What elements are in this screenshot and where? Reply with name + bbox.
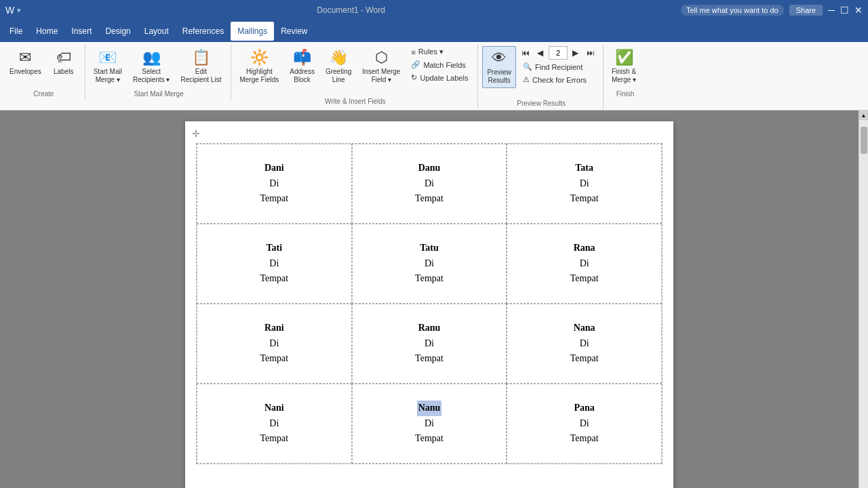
update-labels-button[interactable]: ↻ Update Labels [407,72,472,83]
label-line3-nani: Tempat [260,431,288,446]
label-cell-rana[interactable]: Rana Di Tempat [507,224,662,304]
label-cell-pana[interactable]: Pana Di Tempat [507,384,662,464]
finish-group-label: Finish [605,90,646,98]
greeting-line-label: GreetingLine [326,68,351,84]
label-cell-tatu[interactable]: Tatu Di Tempat [352,224,507,304]
prev-record-button[interactable]: ◀ [534,46,547,60]
label-name-tati: Tati [267,241,283,256]
corner-marker: ✛ [192,128,200,139]
update-labels-label: Update Labels [420,74,468,82]
label-line2-tati: Di [269,256,279,271]
preview-results-icon: 👁 [492,49,507,67]
greeting-line-button[interactable]: 👋 GreetingLine [321,46,355,87]
title-bar: W ▾ Document1 - Word Tell me what you wa… [0,0,868,20]
rules-icon: ≡ [411,48,415,56]
scroll-up-button[interactable]: ▲ [859,110,869,120]
create-group-label: Create [3,90,85,98]
scroll-thumb[interactable] [861,127,867,154]
scroll-track[interactable] [859,120,868,488]
label-cell-ranu[interactable]: Ranu Di Tempat Times Ne 12 [352,304,507,384]
last-record-button[interactable]: ⏭ [584,46,597,60]
find-recipient-button[interactable]: 🔍 Find Recipient [519,61,597,73]
insert-merge-field-icon: ⬡ [375,49,388,66]
label-cell-tata[interactable]: Tata Di Tempat [507,144,662,224]
label-cell-rani[interactable]: Rani Di Tempat [197,304,352,384]
address-block-button[interactable]: 📫 AddressBlock [285,46,319,87]
match-fields-button[interactable]: 🔗 Match Fields [407,59,472,70]
highlight-merge-fields-icon: 🔆 [250,49,269,66]
maximize-button[interactable]: ☐ [840,5,849,16]
share-button[interactable]: Share [789,5,823,16]
ribbon-group-start-mail-merge: 📧 Start MailMerge ▾ 👥 SelectRecipients ▾… [87,45,232,100]
main-content: ✛ Dani Di Tempat Danu Di Tempat [0,110,868,488]
edit-recipient-list-icon: 📋 [192,49,210,66]
first-record-button[interactable]: ⏮ [519,46,532,60]
label-name-rana: Rana [574,241,595,256]
label-cell-nani[interactable]: Nani Di Tempat [197,384,352,464]
greeting-line-icon: 👋 [330,49,348,66]
labels-label: Labels [54,68,73,76]
title-bar-title: Document1 - Word [317,5,384,15]
menu-design[interactable]: Design [98,22,137,41]
label-cell-danu[interactable]: Danu Di Tempat [352,144,507,224]
label-name-danu: Danu [418,161,441,176]
label-line3-rana: Tempat [570,271,599,286]
label-cell-nanu[interactable]: Nanu Di Tempat [352,384,507,464]
menu-mailings[interactable]: Mailings [231,22,274,41]
label-name-nana: Nana [574,321,595,336]
menu-references[interactable]: References [176,22,231,41]
finish-merge-icon: ✅ [615,49,633,66]
preview-results-button[interactable]: 👁 PreviewResults [482,46,516,88]
preview-results-label: PreviewResults [487,68,511,85]
label-line3-tatu: Tempat [415,271,443,286]
select-recipients-button[interactable]: 👥 SelectRecipients ▾ [129,46,174,87]
record-number-input[interactable] [549,46,568,60]
rules-button[interactable]: ≡ Rules ▾ [407,46,472,58]
label-name-rani: Rani [264,321,284,336]
labels-button[interactable]: 🏷 Labels [48,46,79,79]
document-page: ✛ Dani Di Tempat Danu Di Tempat [185,121,673,488]
label-cell-nana[interactable]: Nana Di Tempat [507,304,662,384]
highlight-merge-fields-button[interactable]: 🔆 HighlightMerge Fields [235,46,283,87]
label-line3-ranu: Tempat [415,351,443,366]
start-mail-merge-button[interactable]: 📧 Start MailMerge ▾ [90,46,126,87]
insert-merge-field-button[interactable]: ⬡ Insert MergeField ▾ [358,46,404,87]
menu-file[interactable]: File [3,22,29,41]
label-name-tata: Tata [575,161,593,176]
start-mail-merge-label: Start MailMerge ▾ [94,68,122,84]
finish-merge-button[interactable]: ✅ Finish &Merge ▾ [608,46,640,87]
label-name-nani: Nani [264,401,284,415]
insert-merge-field-label: Insert MergeField ▾ [362,68,400,84]
menu-review[interactable]: Review [274,22,314,41]
label-cell-dani[interactable]: Dani Di Tempat [197,144,352,224]
label-line2-danu: Di [425,176,434,191]
ribbon-group-write-insert: 🔆 HighlightMerge Fields 📫 AddressBlock 👋… [233,45,478,108]
label-line3-nana: Tempat [570,351,599,366]
label-line2-nanu: Di [425,416,434,431]
labels-icon: 🏷 [56,49,71,66]
label-cell-tati[interactable]: Tati Di Tempat [197,224,352,304]
menu-insert[interactable]: Insert [64,22,98,41]
address-block-icon: 📫 [293,49,311,66]
next-record-button[interactable]: ▶ [569,46,583,60]
check-errors-button[interactable]: ⚠ Check for Errors [519,74,597,85]
menu-layout[interactable]: Layout [138,22,176,41]
label-line2-nani: Di [269,416,279,431]
label-name-pana: Pana [574,401,594,415]
menu-home[interactable]: Home [29,22,64,41]
edit-recipient-list-button[interactable]: 📋 EditRecipient List [176,46,225,87]
envelopes-button[interactable]: ✉ Envelopes [5,46,45,79]
close-button[interactable]: ✕ [854,5,863,16]
start-mail-merge-icon: 📧 [98,49,117,66]
label-name-dani: Dani [264,161,284,176]
highlight-merge-fields-label: HighlightMerge Fields [239,68,279,84]
rules-label: Rules ▾ [418,47,443,56]
address-block-label: AddressBlock [290,68,315,84]
ribbon-group-finish: ✅ Finish &Merge ▾ Finish [605,45,646,100]
tell-me-input[interactable]: Tell me what you want to do [681,5,784,16]
minimize-button[interactable]: ─ [828,5,835,16]
label-line2-nana: Di [580,336,589,351]
ribbon-group-create: ✉ Envelopes 🏷 Labels Create [3,45,85,100]
envelopes-icon: ✉ [19,49,31,66]
menu-bar: File Home Insert Design Layout Reference… [0,20,868,42]
